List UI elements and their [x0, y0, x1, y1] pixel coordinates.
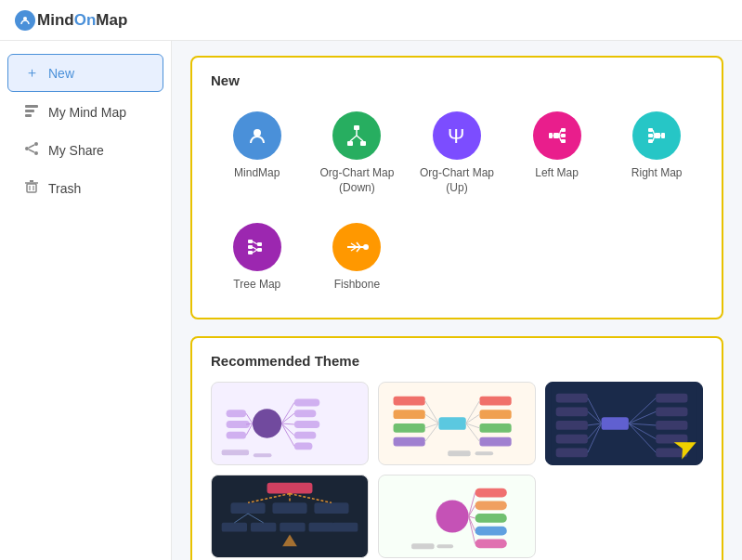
tree-map-label: Tree Map — [233, 278, 280, 293]
right-map-icon — [632, 111, 681, 160]
mindmap-label: MindMap — [234, 166, 280, 181]
svg-rect-76 — [394, 396, 425, 405]
svg-line-28 — [559, 136, 561, 141]
svg-rect-99 — [556, 435, 588, 444]
svg-rect-73 — [254, 453, 272, 457]
recommended-section: Recommended Theme — [190, 336, 723, 560]
svg-rect-136 — [475, 514, 507, 523]
map-item-left-map[interactable]: Left Map — [511, 101, 604, 205]
svg-rect-25 — [553, 133, 559, 138]
svg-rect-124 — [309, 523, 334, 532]
logo-icon — [15, 10, 35, 31]
map-item-org-chart-up[interactable]: Ψ Org-Chart Map (Up) — [410, 101, 503, 205]
main-layout: ＋ New My Mind Map My Share Trash New — [0, 41, 742, 560]
org-chart-down-icon — [332, 111, 381, 160]
map-item-mindmap[interactable]: MindMap — [211, 101, 304, 205]
fishbone-label: Fishbone — [334, 278, 380, 293]
svg-rect-118 — [230, 502, 265, 514]
share-icon — [24, 141, 39, 159]
sidebar-item-new[interactable]: ＋ New — [7, 54, 163, 92]
theme-thumbnail-4 — [212, 475, 368, 557]
mindmap-icon — [233, 111, 281, 160]
theme-item-2[interactable] — [378, 382, 536, 465]
svg-rect-61 — [227, 410, 247, 417]
svg-line-26 — [559, 130, 561, 136]
svg-line-19 — [350, 136, 357, 141]
svg-rect-101 — [656, 394, 687, 403]
new-maps-row1: MindMap Org-Chart Map(Down) Ψ Org-Chart … — [211, 101, 703, 205]
sidebar-item-new-label: New — [48, 66, 74, 81]
svg-rect-92 — [448, 450, 470, 456]
map-item-fishbone[interactable]: Fishbone — [311, 213, 404, 303]
main-content: New MindMap Org-Chart Map(Down) — [172, 41, 742, 560]
svg-rect-72 — [222, 449, 249, 455]
header: MindOnMap — [0, 0, 742, 41]
svg-rect-58 — [294, 421, 319, 428]
tree-map-icon — [233, 223, 281, 271]
svg-rect-31 — [648, 128, 653, 132]
svg-rect-119 — [272, 502, 306, 514]
svg-rect-80 — [479, 396, 511, 405]
org-chart-up-icon: Ψ — [433, 111, 481, 160]
svg-rect-79 — [394, 436, 425, 446]
svg-rect-34 — [655, 133, 660, 138]
sidebar: ＋ New My Mind Map My Share Trash — [0, 41, 172, 560]
svg-rect-40 — [248, 240, 253, 243]
sidebar-item-my-share-label: My Share — [48, 143, 104, 158]
svg-rect-33 — [648, 139, 653, 143]
svg-rect-43 — [257, 242, 262, 246]
svg-line-35 — [653, 130, 655, 136]
svg-line-47 — [253, 250, 257, 253]
svg-rect-135 — [475, 501, 507, 510]
sidebar-item-my-mind-map-label: My Mind Map — [48, 105, 126, 120]
svg-point-5 — [25, 147, 29, 150]
svg-rect-59 — [294, 432, 316, 439]
svg-rect-138 — [475, 539, 507, 548]
svg-point-55 — [253, 409, 281, 437]
svg-rect-44 — [257, 248, 262, 252]
svg-rect-15 — [354, 125, 359, 130]
svg-rect-81 — [479, 410, 511, 419]
map-item-org-chart-down[interactable]: Org-Chart Map(Down) — [311, 101, 404, 205]
map-item-right-map[interactable]: Right Map — [610, 101, 703, 205]
theme-thumbnail-5 — [379, 475, 535, 557]
svg-line-20 — [357, 136, 363, 141]
sidebar-item-trash[interactable]: Trash — [7, 170, 163, 206]
svg-rect-102 — [656, 407, 687, 416]
svg-point-133 — [436, 500, 469, 532]
map-item-tree-map[interactable]: Tree Map — [211, 213, 304, 303]
fishbone-icon — [332, 223, 381, 271]
sidebar-item-my-share[interactable]: My Share — [7, 132, 163, 168]
theme-item-4[interactable] — [211, 475, 369, 558]
svg-rect-78 — [394, 423, 425, 433]
left-map-icon — [533, 111, 581, 160]
svg-point-14 — [254, 129, 261, 137]
svg-rect-134 — [475, 488, 507, 497]
svg-rect-63 — [227, 432, 247, 439]
new-section-title: New — [211, 72, 703, 88]
right-map-label: Right Map — [631, 166, 683, 181]
svg-rect-93 — [475, 451, 494, 455]
theme-item-1[interactable] — [211, 382, 369, 465]
sidebar-item-my-mind-map[interactable]: My Mind Map — [7, 94, 163, 130]
svg-rect-120 — [314, 502, 348, 514]
svg-rect-96 — [556, 394, 588, 403]
svg-rect-56 — [294, 398, 319, 406]
svg-rect-22 — [561, 128, 566, 132]
theme-item-5[interactable] — [378, 475, 536, 558]
svg-line-8 — [29, 150, 34, 152]
svg-rect-1 — [25, 105, 38, 108]
svg-rect-117 — [267, 483, 313, 494]
theme-item-3[interactable]: ➤ — [545, 382, 703, 465]
org-chart-up-label: Org-Chart Map (Up) — [417, 166, 497, 195]
svg-rect-23 — [561, 134, 566, 137]
theme-grid: ➤ — [211, 382, 703, 558]
svg-rect-121 — [222, 523, 247, 532]
svg-line-46 — [253, 247, 257, 250]
svg-rect-9 — [27, 184, 36, 192]
svg-point-53 — [363, 244, 369, 250]
svg-rect-100 — [556, 448, 588, 457]
svg-point-4 — [34, 142, 38, 146]
theme-thumbnail-1 — [212, 383, 368, 464]
trash-icon — [24, 179, 39, 197]
